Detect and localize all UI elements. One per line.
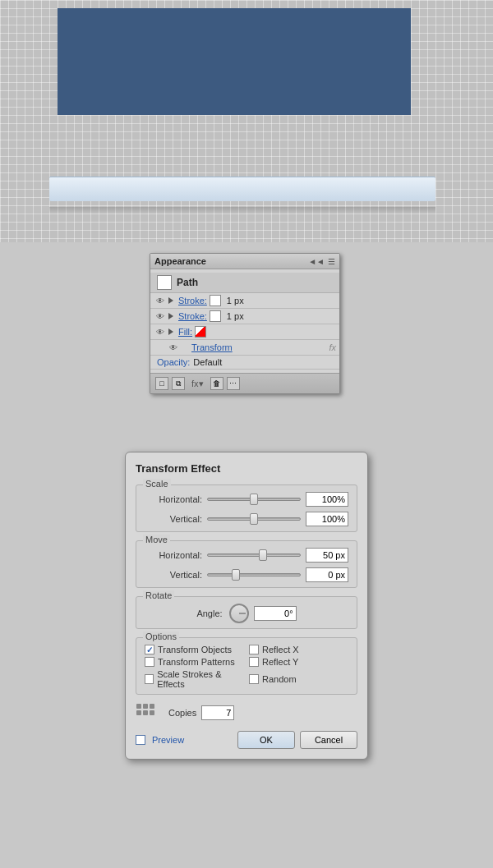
transform-patterns-row: Transform Patterns	[145, 657, 244, 667]
scale-horizontal-thumb[interactable]	[250, 494, 258, 505]
scale-vertical-input[interactable]	[306, 512, 348, 526]
move-vertical-row: Vertical:	[145, 567, 348, 582]
preview-label: Preview	[152, 735, 184, 745]
opacity-value: Default	[193, 357, 222, 367]
rotate-section: Rotate Angle:	[136, 596, 357, 629]
scale-strokes-label: Scale Strokes & Effects	[157, 669, 244, 689]
transform-objects-checkbox[interactable]: ✓	[145, 645, 154, 654]
random-row: Random	[249, 669, 348, 689]
fill-swatch	[195, 326, 206, 338]
canvas-area	[0, 0, 493, 242]
preview-row: Preview	[136, 735, 184, 745]
reflect-x-checkbox[interactable]	[249, 645, 259, 654]
panel-body: Path 👁 Stroke: 1 px 👁 Stroke: 1 px 👁	[150, 269, 339, 373]
visibility-icon-stroke1[interactable]: 👁	[154, 295, 167, 306]
svg-rect-5	[150, 710, 154, 715]
white-bar	[49, 177, 435, 201]
reflect-y-row: Reflect Y	[249, 657, 348, 667]
visibility-icon-fill[interactable]: 👁	[154, 326, 167, 338]
svg-rect-4	[143, 710, 148, 715]
fx-button[interactable]: fx▾	[191, 379, 204, 389]
path-header-row: Path	[150, 273, 339, 293]
more-button[interactable]: ⋯	[227, 377, 240, 390]
angle-input[interactable]	[254, 606, 297, 621]
scale-vertical-slider[interactable]	[207, 517, 301, 521]
path-label: Path	[177, 277, 198, 288]
move-horizontal-slider[interactable]	[207, 553, 301, 557]
visibility-icon-stroke2[interactable]: 👁	[154, 310, 167, 322]
copies-row: Copies	[136, 703, 357, 723]
random-label: Random	[262, 674, 297, 684]
options-section-label: Options	[143, 631, 179, 641]
stroke2-swatch	[210, 310, 221, 322]
expand-icon-stroke2[interactable]	[168, 312, 177, 320]
shadow-line	[49, 207, 435, 214]
transform-patterns-label: Transform Patterns	[158, 657, 235, 667]
reflect-x-label: Reflect X	[262, 645, 299, 654]
scale-section: Scale Horizontal: Vertical:	[136, 485, 357, 532]
move-horizontal-thumb[interactable]	[259, 549, 267, 561]
panel-footer: □ ⧉ fx▾ 🗑 ⋯	[150, 373, 339, 393]
stroke1-swatch	[210, 295, 221, 306]
stroke2-row: 👁 Stroke: 1 px	[150, 309, 339, 324]
scale-vertical-label: Vertical:	[145, 514, 202, 524]
fx-label: fx	[329, 342, 336, 352]
random-checkbox[interactable]	[249, 674, 259, 684]
collapse-icon[interactable]: ◄◄	[308, 257, 325, 266]
svg-rect-1	[143, 704, 148, 709]
transform-patterns-checkbox[interactable]	[145, 657, 154, 667]
transform-effect-dialog: Transform Effect Scale Horizontal: Verti…	[125, 452, 368, 760]
path-swatch	[157, 275, 172, 290]
menu-icon[interactable]: ☰	[328, 257, 335, 266]
delete-button[interactable]: 🗑	[210, 377, 223, 390]
scale-section-label: Scale	[143, 479, 171, 489]
opacity-label: Opacity:	[157, 357, 190, 367]
visibility-icon-transform[interactable]: 👁	[167, 342, 180, 353]
reflect-x-row: Reflect X	[249, 645, 348, 654]
duplicate-button[interactable]: ⧉	[172, 377, 185, 390]
move-section-label: Move	[143, 535, 170, 544]
options-grid: ✓ Transform Objects Reflect X Transform …	[145, 645, 348, 689]
move-vertical-thumb[interactable]	[232, 569, 240, 581]
ok-button[interactable]: OK	[237, 731, 295, 749]
opacity-row: Opacity: Default	[150, 356, 339, 370]
stroke1-label[interactable]: Stroke:	[178, 296, 207, 305]
move-vertical-slider[interactable]	[207, 573, 301, 576]
scale-horizontal-label: Horizontal:	[145, 494, 202, 504]
fill-row: 👁 Fill:	[150, 324, 339, 340]
stroke1-row: 👁 Stroke: 1 px	[150, 293, 339, 309]
copies-input[interactable]	[201, 705, 234, 720]
angle-dial[interactable]	[229, 604, 249, 623]
move-horizontal-row: Horizontal:	[145, 548, 348, 563]
cancel-button[interactable]: Cancel	[300, 731, 357, 749]
svg-rect-3	[136, 710, 141, 715]
move-vertical-input[interactable]	[306, 567, 348, 582]
scale-vertical-thumb[interactable]	[250, 513, 258, 525]
transform-objects-row: ✓ Transform Objects	[145, 645, 244, 654]
options-section: Options ✓ Transform Objects Reflect X Tr…	[136, 637, 357, 695]
scale-horizontal-slider[interactable]	[207, 498, 301, 501]
move-horizontal-input[interactable]	[306, 548, 348, 563]
stroke2-label[interactable]: Stroke:	[178, 311, 207, 321]
scale-strokes-checkbox[interactable]	[145, 674, 154, 684]
expand-icon-stroke1[interactable]	[168, 296, 177, 305]
reflect-y-label: Reflect Y	[262, 657, 298, 667]
panel-title: Appearance	[154, 256, 206, 266]
angle-label: Angle:	[196, 609, 222, 618]
dialog-footer: Preview OK Cancel	[136, 731, 357, 749]
expand-icon-fill[interactable]	[168, 328, 177, 336]
svg-rect-2	[150, 704, 154, 709]
transform-objects-check: ✓	[146, 645, 153, 654]
add-item-button[interactable]: □	[155, 377, 168, 390]
scale-horizontal-input[interactable]	[306, 492, 348, 507]
transform-label[interactable]: Transform	[191, 342, 233, 352]
dialog-buttons: OK Cancel	[237, 731, 357, 749]
scale-strokes-row: Scale Strokes & Effects	[145, 669, 244, 689]
preview-checkbox[interactable]	[136, 735, 145, 745]
dialog-title: Transform Effect	[136, 462, 357, 475]
move-horizontal-label: Horizontal:	[145, 550, 202, 560]
angle-row: Angle:	[145, 604, 348, 623]
appearance-panel: Appearance ◄◄ ☰ Path 👁 Stroke: 1 px 👁	[150, 253, 340, 394]
fill-label[interactable]: Fill:	[178, 327, 192, 337]
reflect-y-checkbox[interactable]	[249, 657, 259, 667]
